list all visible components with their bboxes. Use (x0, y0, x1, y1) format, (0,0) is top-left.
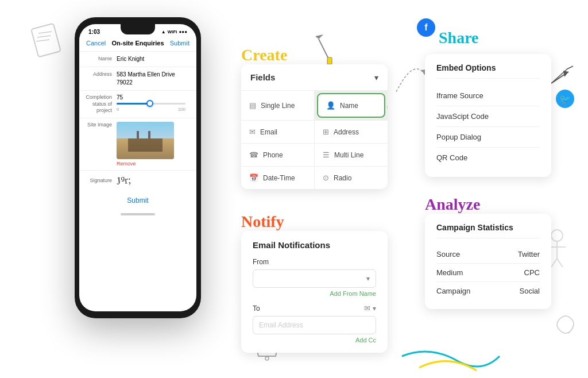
facebook-icon: f (417, 18, 435, 37)
field-email-label: Email (260, 128, 277, 136)
field-single-line[interactable]: ▤ Single Line (241, 91, 314, 120)
slider-minmax: 0 100 (117, 107, 185, 112)
fields-title: Fields (250, 72, 275, 82)
phone-slider-field: Completion status of project 75 0 100 (79, 91, 196, 118)
twitter-icon: 🐦 (556, 90, 574, 108)
phone-home-indicator (121, 213, 155, 215)
field-name[interactable]: 👤 Name ⤢ (317, 93, 385, 118)
medium-key: Medium (436, 268, 463, 277)
field-address[interactable]: ⊞ Address (315, 121, 388, 143)
from-input[interactable]: ▾ (253, 269, 376, 288)
svg-rect-0 (31, 24, 61, 57)
address-value: 583 Martha Ellen Drive (117, 71, 175, 79)
datetime-icon: 📅 (249, 173, 258, 182)
fields-header: Fields ▾ (241, 64, 388, 91)
from-dropdown-arrow[interactable]: ▾ (366, 275, 370, 283)
share-title: Share (439, 29, 479, 47)
field-phone[interactable]: ☎ Phone (241, 144, 314, 166)
person-icon: 👤 (326, 101, 335, 110)
slider-min: 0 (117, 107, 119, 112)
analyze-title: Analyze (425, 195, 480, 213)
phone-mockup: 1:03 ▲WiFi●●● Cancel On-site Enquiries S… (75, 17, 201, 318)
field-name-label: Name (340, 102, 358, 110)
phone-submit-button[interactable]: Submit (127, 196, 148, 205)
popup-dialog-item[interactable]: Popup Dialog (436, 127, 540, 148)
svg-line-3 (36, 40, 49, 41)
address-icon: ⊞ (323, 128, 329, 136)
drag-icon: ⤢ (386, 99, 388, 112)
slider-thumb[interactable] (146, 100, 153, 107)
share-card: Embed Options Iframe Source JavaScipt Co… (425, 54, 551, 177)
field-email[interactable]: ✉ Email (241, 121, 314, 143)
svg-point-9 (551, 230, 563, 241)
phone-screen: 1:03 ▲WiFi●●● Cancel On-site Enquiries S… (79, 24, 196, 311)
iframe-source-item[interactable]: Iframe Source (436, 86, 540, 106)
campaign-value: Social (520, 287, 540, 295)
share-section: f Share Embed Options Iframe Source Java… (425, 29, 551, 177)
analyze-row-source: Source Twitter (436, 245, 540, 264)
qr-code-item[interactable]: QR Code (436, 148, 540, 168)
svg-point-8 (265, 357, 269, 360)
field-radio[interactable]: ⊙ Radio (315, 167, 388, 189)
campaign-statistics-title: Campaign Statistics (436, 223, 540, 238)
remove-button[interactable]: Remove (117, 161, 191, 167)
javascript-code-item[interactable]: JavaScipt Code (436, 106, 540, 127)
campaign-key: Campaign (436, 287, 470, 295)
svg-marker-6 (315, 34, 323, 39)
email-placeholder: Email Address (259, 321, 303, 329)
slider-max: 100 (178, 107, 185, 112)
phone-image-field: Site Image Remove (79, 118, 196, 171)
analyze-row-campaign: Campaign Social (436, 282, 540, 300)
status-icons: ▲WiFi●●● (161, 29, 187, 34)
phone-cancel-button[interactable]: Cancel (86, 40, 106, 47)
email-icon: ✉ (249, 128, 256, 136)
signature-label: Signature (85, 178, 117, 183)
analyze-row-medium: Medium CPC (436, 264, 540, 282)
svg-line-1 (38, 32, 52, 33)
email-address-input[interactable]: Email Address (253, 316, 376, 334)
add-from-name-link[interactable]: Add From Name (253, 290, 376, 297)
single-line-icon: ▤ (249, 101, 256, 110)
field-datetime-label: Date-Time (263, 174, 295, 182)
field-multi-line-label: Multi Line (334, 151, 363, 159)
site-image-placeholder (117, 122, 174, 159)
svg-marker-10 (563, 71, 568, 77)
from-label: From (253, 258, 376, 266)
notify-card: Email Notifications From ▾ Add From Name… (241, 231, 388, 353)
name-label: Name (85, 55, 117, 63)
create-title: Create (241, 46, 287, 64)
to-envelope-icon: ✉ (364, 304, 370, 313)
radio-icon: ⊙ (323, 173, 329, 182)
fields-grid: ▤ Single Line 👤 Name ⤢ ✉ Email ⊞ Address… (241, 91, 388, 189)
notify-section: Notify Email Notifications From ▾ Add Fr… (241, 213, 388, 353)
field-datetime[interactable]: 📅 Date-Time (241, 167, 314, 189)
add-cc-link[interactable]: Add Cc (253, 337, 376, 344)
svg-line-2 (37, 36, 51, 37)
address-label: Address (85, 71, 117, 78)
slider-track (117, 103, 185, 105)
site-image-label: Site Image (85, 122, 117, 128)
fields-dropdown-arrow[interactable]: ▾ (374, 73, 378, 82)
field-address-label: Address (334, 128, 359, 136)
phone-name-field: Name Eric Knight (79, 52, 196, 67)
phone-submit-nav-button[interactable]: Submit (170, 40, 189, 47)
phone-submit-area: Submit (79, 190, 196, 210)
field-multi-line[interactable]: ☰ Multi Line (315, 144, 388, 166)
email-notifications-title: Email Notifications (253, 240, 376, 250)
slider-control[interactable]: 75 0 100 (117, 94, 185, 112)
phone-navigation: Cancel On-site Enquiries Submit (79, 37, 196, 52)
slider-label: Completion status of project (85, 94, 117, 114)
embed-options-title: Embed Options (436, 63, 540, 79)
phone-notch (121, 24, 155, 34)
source-key: Source (436, 250, 460, 259)
signature-value: Jᵍr; (116, 173, 131, 187)
fields-card: Fields ▾ ▤ Single Line 👤 Name ⤢ ✉ Email … (241, 64, 388, 189)
source-value: Twitter (518, 250, 540, 259)
name-value: Eric Knight (117, 55, 144, 63)
to-label: To (253, 304, 260, 313)
phone-signature-field: Signature Jᵍr; (79, 171, 196, 190)
address-zip: 79022 (117, 79, 175, 87)
to-dropdown-arrow[interactable]: ▾ (373, 304, 376, 313)
phone-form: Name Eric Knight Address 583 Martha Elle… (79, 52, 196, 190)
analyze-card: Campaign Statistics Source Twitter Mediu… (425, 214, 551, 309)
